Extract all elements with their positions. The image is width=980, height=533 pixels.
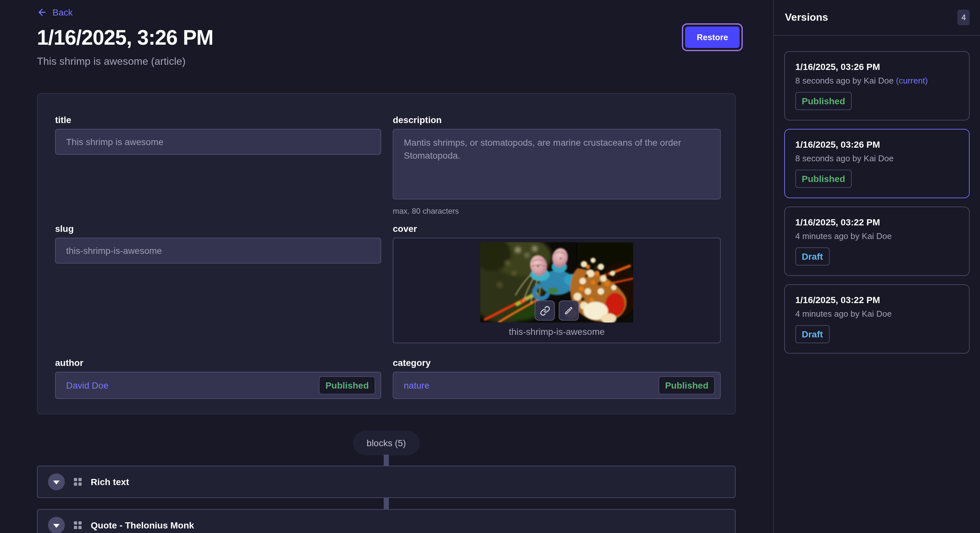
pencil-icon <box>564 306 574 316</box>
caret-down-icon <box>53 523 60 528</box>
version-date: 1/16/2025, 03:26 PM <box>795 62 959 72</box>
version-status-badge: Published <box>795 170 852 188</box>
block-label: Rich text <box>91 477 129 487</box>
version-fields-card: title description Mantis shrimps, or sto… <box>37 93 736 414</box>
block-label: Quote - Thelonius Monk <box>91 520 194 530</box>
version-current-tag: (current) <box>896 76 928 86</box>
version-date: 1/16/2025, 03:26 PM <box>795 139 959 150</box>
author-relation-link[interactable]: David Doe <box>66 380 108 390</box>
drag-grid-icon <box>74 478 82 486</box>
version-date: 1/16/2025, 03:22 PM <box>795 217 959 227</box>
version-byline: 8 seconds ago by Kai Doe <box>795 154 959 163</box>
version-history-page: Back 1/16/2025, 3:26 PM This shrimp is a… <box>0 0 980 533</box>
cover-filename: this-shrimp-is-awesome <box>393 327 720 337</box>
versions-panel: Versions 4 1/16/2025, 03:26 PM 8 seconds… <box>773 0 980 533</box>
block-toggle-button[interactable] <box>48 517 65 533</box>
blocks-connector-line-2 <box>384 497 389 510</box>
page-title: 1/16/2025, 3:26 PM <box>37 26 213 50</box>
version-status-badge: Draft <box>795 325 829 343</box>
cover-actions <box>535 300 579 320</box>
versions-panel-header: Versions 4 <box>774 0 980 36</box>
back-link[interactable]: Back <box>37 7 73 17</box>
blocks-zone-pill: blocks (5) <box>353 431 419 455</box>
versions-panel-title: Versions <box>785 12 828 23</box>
author-relation-box: David Doe Published <box>55 372 381 399</box>
field-description: description Mantis shrimps, or stomatopo… <box>393 115 721 216</box>
caret-down-icon <box>53 480 60 484</box>
version-byline-text: 8 seconds ago by Kai Doe <box>795 76 896 86</box>
blocks-connector-line <box>384 455 389 466</box>
title-input[interactable] <box>55 129 381 155</box>
cover-image <box>480 242 633 322</box>
block-row-quote[interactable]: Quote - Thelonius Monk <box>37 509 736 533</box>
version-card-2-selected[interactable]: 1/16/2025, 03:26 PM 8 seconds ago by Kai… <box>784 129 970 198</box>
cover-copy-link-button[interactable] <box>535 300 555 320</box>
description-textarea[interactable]: Mantis shrimps, or stomatopods, are mari… <box>393 129 721 200</box>
block-row-rich-text[interactable]: Rich text <box>37 466 736 498</box>
author-status-badge: Published <box>319 376 375 394</box>
version-byline: 8 seconds ago by Kai Doe (current) <box>795 76 959 86</box>
version-card-1[interactable]: 1/16/2025, 03:26 PM 8 seconds ago by Kai… <box>784 51 970 121</box>
description-label: description <box>393 115 721 125</box>
version-status-badge: Published <box>795 92 852 110</box>
versions-count-badge: 4 <box>958 10 970 25</box>
back-label: Back <box>52 7 73 17</box>
category-relation-link[interactable]: nature <box>404 380 430 390</box>
cover-edit-button[interactable] <box>559 300 579 320</box>
category-label: category <box>393 357 721 368</box>
version-status-badge: Draft <box>795 247 829 265</box>
field-author: author David Doe Published <box>55 357 381 399</box>
category-status-badge: Published <box>659 376 715 394</box>
back-arrow-icon <box>37 7 47 17</box>
version-byline: 4 minutes ago by Kai Doe <box>795 231 959 241</box>
version-card-3[interactable]: 1/16/2025, 03:22 PM 4 minutes ago by Kai… <box>784 206 970 276</box>
versions-list: 1/16/2025, 03:26 PM 8 seconds ago by Kai… <box>774 36 980 354</box>
page-subtitle: This shrimp is awesome (article) <box>37 56 186 67</box>
restore-button-focus-ring: Restore <box>682 23 743 51</box>
field-category: category nature Published <box>393 357 721 399</box>
category-relation-box: nature Published <box>393 372 721 399</box>
block-toggle-button[interactable] <box>48 473 65 490</box>
version-byline: 4 minutes ago by Kai Doe <box>795 309 959 319</box>
drag-grid-icon <box>74 521 82 529</box>
cover-label: cover <box>393 224 721 234</box>
slug-input[interactable] <box>55 238 381 263</box>
author-label: author <box>55 357 381 368</box>
title-label: title <box>55 115 381 125</box>
field-cover: cover <box>393 224 721 343</box>
field-slug: slug <box>55 224 381 343</box>
description-hint: max. 80 characters <box>393 206 721 216</box>
version-date: 1/16/2025, 03:22 PM <box>795 295 959 305</box>
link-icon <box>539 305 550 316</box>
version-card-4[interactable]: 1/16/2025, 03:22 PM 4 minutes ago by Kai… <box>784 284 970 354</box>
slug-label: slug <box>55 224 381 234</box>
field-title: title <box>55 115 381 216</box>
cover-asset-box: this-shrimp-is-awesome <box>393 238 721 343</box>
restore-button[interactable]: Restore <box>685 27 740 48</box>
